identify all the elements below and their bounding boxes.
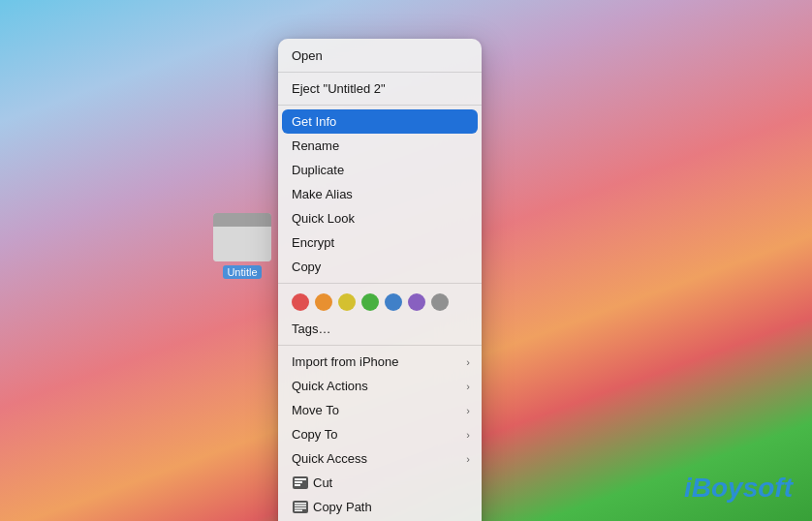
desktop-icon-label: Untitle <box>223 265 261 279</box>
menu-item-rename[interactable]: Rename <box>278 134 482 158</box>
menu-item-cut[interactable]: Cut <box>278 471 482 495</box>
menu-item-label-rename: Rename <box>292 138 339 153</box>
color-dot-green[interactable] <box>361 293 379 311</box>
menu-item-copy[interactable]: Copy <box>278 255 482 279</box>
arrow-icon-copy-to: › <box>466 429 470 441</box>
arrow-icon-quick-actions: › <box>466 381 470 392</box>
menu-item-label-copy: Copy <box>292 260 321 274</box>
color-dot-blue[interactable] <box>385 293 402 311</box>
menu-item-label-encrypt: Encrypt <box>292 235 334 250</box>
menu-item-encrypt[interactable]: Encrypt <box>278 230 482 255</box>
separator-4 <box>278 345 482 346</box>
menu-item-label-cut: Cut <box>313 475 332 490</box>
svg-rect-3 <box>295 484 300 486</box>
menu-item-label-copy-to: Copy To <box>292 427 337 442</box>
arrow-icon-import: › <box>466 356 470 368</box>
color-dot-yellow[interactable] <box>338 293 356 311</box>
menu-item-label-move-to: Move To <box>292 403 339 417</box>
svg-rect-2 <box>295 481 302 483</box>
desktop-icon-image <box>213 213 271 261</box>
menu-item-label-duplicate: Duplicate <box>292 163 344 177</box>
menu-item-copy-path[interactable]: Copy Path <box>278 495 482 519</box>
separator-1 <box>278 72 482 73</box>
copy-path-icon <box>292 501 309 514</box>
color-dot-red[interactable] <box>292 293 309 311</box>
menu-item-eject[interactable]: Eject "Untitled 2" <box>278 77 482 101</box>
menu-item-label-make-alias: Make Alias <box>292 187 353 201</box>
arrow-icon-quick-access: › <box>466 453 470 465</box>
menu-item-label-quick-access: Quick Access <box>292 451 367 466</box>
svg-rect-6 <box>295 506 306 507</box>
svg-rect-1 <box>295 478 306 480</box>
context-menu: Open Eject "Untitled 2" Get Info Rename … <box>278 39 482 521</box>
separator-3 <box>278 283 482 284</box>
menu-item-get-info[interactable]: Get Info <box>282 109 478 134</box>
menu-item-import-iphone[interactable]: Import from iPhone › <box>278 350 482 374</box>
menu-item-quick-look[interactable]: Quick Look <box>278 206 482 230</box>
color-dot-purple[interactable] <box>408 293 425 311</box>
cut-icon <box>292 476 309 490</box>
desktop-icon[interactable]: Untitle <box>203 213 281 279</box>
arrow-icon-move-to: › <box>466 405 470 416</box>
menu-item-duplicate[interactable]: Duplicate <box>278 158 482 182</box>
svg-rect-8 <box>295 510 302 512</box>
separator-2 <box>278 105 482 106</box>
svg-rect-4 <box>293 501 308 513</box>
menu-item-label-quick-look: Quick Look <box>292 211 355 226</box>
menu-item-label-tags: Tags… <box>292 322 330 336</box>
iboysoft-watermark: iBoysoft <box>684 473 793 504</box>
menu-item-label-copy-path: Copy Path <box>313 500 372 514</box>
menu-item-quick-access[interactable]: Quick Access › <box>278 446 482 471</box>
color-dots-row <box>278 288 482 317</box>
menu-item-open[interactable]: Open <box>278 44 482 68</box>
menu-item-tags[interactable]: Tags… <box>278 317 482 341</box>
menu-item-label-import-iphone: Import from iPhone <box>292 354 399 369</box>
menu-item-label-eject: Eject "Untitled 2" <box>292 81 386 96</box>
svg-rect-5 <box>295 503 306 505</box>
menu-item-label-open: Open <box>292 48 323 63</box>
menu-item-copy-to[interactable]: Copy To › <box>278 422 482 446</box>
menu-item-move-to[interactable]: Move To › <box>278 398 482 422</box>
menu-item-label-quick-actions: Quick Actions <box>292 379 368 393</box>
menu-item-label-get-info: Get Info <box>292 114 336 129</box>
svg-rect-7 <box>295 507 306 509</box>
color-dot-gray[interactable] <box>431 293 449 311</box>
menu-item-quick-actions[interactable]: Quick Actions › <box>278 374 482 398</box>
menu-item-make-alias[interactable]: Make Alias <box>278 182 482 206</box>
color-dot-orange[interactable] <box>315 293 332 311</box>
